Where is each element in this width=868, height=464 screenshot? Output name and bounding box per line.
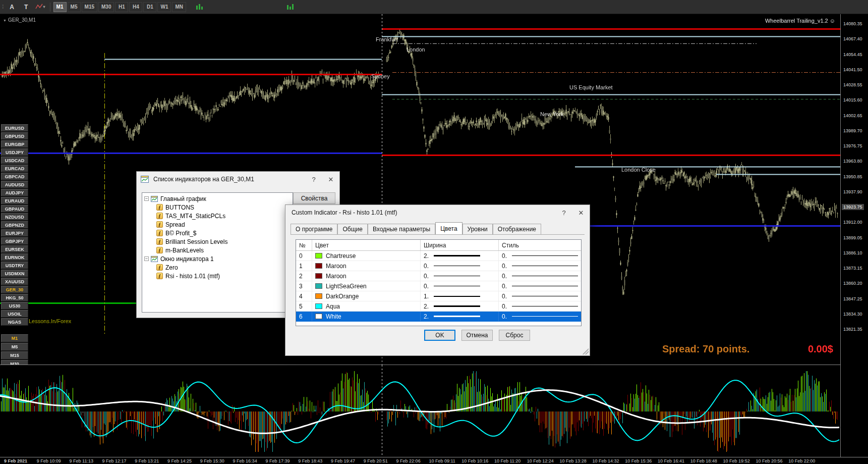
- close-icon[interactable]: ✕: [322, 172, 339, 187]
- time-label: 10 Feb 22:00: [788, 458, 815, 463]
- symbol-button-gbpusd[interactable]: GBPUSD: [1, 132, 28, 140]
- symbol-button-gbpnzd[interactable]: GBPNZD: [1, 221, 28, 229]
- tree-item[interactable]: ƒSpread: [143, 220, 292, 229]
- timeframe-button-m5[interactable]: M5: [68, 2, 81, 12]
- symbol-button-eurnok[interactable]: EURNOK: [1, 253, 28, 261]
- column-header: Стиль: [499, 240, 581, 250]
- symbol-button-nzdusd[interactable]: NZDUSD: [1, 213, 28, 221]
- color-row-6[interactable]: 6White2.0.: [296, 312, 581, 322]
- color-row-1[interactable]: 1Maroon0.0.: [296, 261, 581, 271]
- properties-button[interactable]: Свойства: [293, 192, 335, 204]
- color-row-5[interactable]: 5Aqua2.0.: [296, 301, 581, 312]
- cancel-button[interactable]: Отмена: [461, 330, 493, 341]
- rsi-histogram-canvas[interactable]: [0, 365, 840, 457]
- time-axis[interactable]: 9 Feb 20219 Feb 10:099 Feb 11:139 Feb 12…: [0, 457, 868, 464]
- symbol-button-eurjpy[interactable]: EURJPY: [1, 229, 28, 237]
- help-button[interactable]: ?: [555, 205, 572, 220]
- dialog-titlebar[interactable]: Список индикаторов на GER_30,M1 ? ✕: [137, 172, 339, 187]
- symbol-button-eurgbp[interactable]: EURGBP: [1, 140, 28, 148]
- symbol-button-hkg_50[interactable]: HKG_50: [1, 294, 28, 301]
- tree-item[interactable]: ƒBUTTONS: [143, 203, 292, 212]
- index-cell: 3: [296, 281, 312, 291]
- symbol-button-ger_30[interactable]: GER_30: [1, 286, 28, 293]
- symbol-button-gbpcad[interactable]: GBPCAD: [1, 173, 28, 180]
- symbol-button-ngas[interactable]: NGAS: [1, 318, 28, 326]
- text-label-tool-button[interactable]: A: [6, 2, 19, 13]
- tree-group[interactable]: −Главный график: [143, 194, 292, 203]
- tab-о-программе[interactable]: О программе: [291, 224, 337, 235]
- time-label: 9 Feb 12:17: [102, 458, 126, 463]
- reset-button[interactable]: Сброс: [499, 330, 530, 341]
- symbol-button-usdcad[interactable]: USDCAD: [1, 157, 28, 164]
- tab-общие[interactable]: Общие: [337, 224, 367, 235]
- price-label: 13937.90: [843, 189, 862, 195]
- width-value: 0.: [424, 283, 429, 290]
- tab-отображение[interactable]: Отображение: [493, 224, 541, 235]
- mini-chart-icon[interactable]: [196, 3, 204, 10]
- symbol-button-eurcad[interactable]: EURCAD: [1, 165, 28, 172]
- symbol-button-gbpjpy[interactable]: GBPJPY: [1, 237, 28, 245]
- ok-button[interactable]: OK: [424, 330, 455, 341]
- symbol-button-usdmxn[interactable]: USDMXN: [1, 270, 28, 277]
- period-button-m15[interactable]: M15: [1, 351, 28, 359]
- index-cell: 0: [296, 251, 312, 261]
- timeframe-button-d1[interactable]: D1: [143, 2, 156, 12]
- symbol-button-euraud[interactable]: EURAUD: [1, 197, 28, 204]
- width-cell: 1.: [421, 291, 499, 301]
- symbol-button-eursek[interactable]: EURSEK: [1, 245, 28, 253]
- width-line-sample: [434, 266, 480, 266]
- tree-group[interactable]: −Окно индикатора 1: [143, 254, 292, 263]
- tree-item[interactable]: ƒZero: [143, 263, 292, 272]
- timeframe-button-h1[interactable]: H1: [115, 2, 128, 12]
- width-cell: 0.: [421, 261, 499, 271]
- tree-item[interactable]: ƒRsi - histo 1.01 (mtf): [143, 272, 292, 280]
- tree-item[interactable]: ƒB© Profit_$: [143, 229, 292, 237]
- symbol-button-eurusd[interactable]: EURUSD: [1, 124, 28, 132]
- period-button-m5[interactable]: M5: [1, 343, 28, 351]
- tree-item[interactable]: ƒBrilliant Session Levels: [143, 237, 292, 246]
- time-label: 9 Feb 14:25: [167, 458, 192, 463]
- collapse-icon[interactable]: −: [144, 256, 149, 261]
- symbol-button-xauusd[interactable]: XAUUSD: [1, 278, 28, 285]
- timeframe-button-h4[interactable]: H4: [129, 2, 142, 12]
- timeframe-button-w1[interactable]: W1: [157, 2, 171, 12]
- price-label: 13912.00: [843, 219, 862, 225]
- tree-item[interactable]: ƒm-BankLevels: [143, 246, 292, 254]
- resize-grip[interactable]: [583, 348, 589, 354]
- color-row-2[interactable]: 2Maroon0.0.: [296, 271, 581, 281]
- collapse-icon[interactable]: −: [144, 196, 149, 201]
- indicators-tool-button[interactable]: ▾: [34, 2, 47, 13]
- price-label: 13821.35: [843, 326, 862, 332]
- tab-входные-параметры[interactable]: Входные параметры: [368, 224, 435, 235]
- timeframe-button-m1[interactable]: M1: [53, 2, 67, 12]
- tab-цвета[interactable]: Цвета: [435, 222, 462, 234]
- symbol-button-audusd[interactable]: AUDUSD: [1, 181, 28, 188]
- toolbar-grip[interactable]: ⁞⁞: [0, 4, 5, 10]
- color-row-0[interactable]: 0Chartreuse2.0.: [296, 251, 581, 261]
- help-button[interactable]: ?: [305, 172, 322, 187]
- close-icon[interactable]: ✕: [572, 205, 590, 220]
- tab-уровни[interactable]: Уровни: [462, 224, 493, 235]
- symbol-button-usdjpy[interactable]: USDJPY: [1, 148, 28, 156]
- timeframe-button-mn[interactable]: MN: [172, 2, 186, 12]
- color-row-4[interactable]: 4DarkOrange1.0.: [296, 291, 581, 301]
- symbol-button-usdtry[interactable]: USDTRY: [1, 262, 28, 269]
- color-settings-table[interactable]: №ЦветШиринаСтиль0Chartreuse2.0.1Maroon0.…: [296, 239, 582, 326]
- symbol-button-gbpaud[interactable]: GBPAUD: [1, 205, 28, 213]
- symbol-button-us30[interactable]: US30: [1, 302, 28, 310]
- timeframe-button-m30[interactable]: M30: [98, 2, 114, 12]
- text-tool-button[interactable]: T: [20, 2, 33, 13]
- dialog-titlebar[interactable]: Custom Indicator - Rsi - histo 1.01 (mtf…: [285, 205, 590, 220]
- indicator-tree[interactable]: −Главный графикƒBUTTONSƒTAS_MT4_StaticPC…: [142, 192, 293, 313]
- indicator-function-icon: ƒ: [156, 273, 163, 279]
- period-button-m1[interactable]: M1: [1, 334, 28, 342]
- time-label: 10 Feb 13:28: [560, 458, 587, 463]
- price-scale[interactable]: 14080.3514067.4014054.4514041.5014028.55…: [840, 14, 868, 464]
- timeframe-button-m15[interactable]: M15: [82, 2, 97, 12]
- tree-item[interactable]: ƒTAS_MT4_StaticPCLs: [143, 212, 292, 220]
- color-row-3[interactable]: 3LightSeaGreen0.0.: [296, 281, 581, 291]
- symbol-button-audjpy[interactable]: AUDJPY: [1, 189, 28, 196]
- mini-chart-icon[interactable]: [286, 3, 295, 10]
- price-label: 13873.15: [843, 265, 862, 271]
- symbol-button-usoil[interactable]: USOIL: [1, 310, 28, 318]
